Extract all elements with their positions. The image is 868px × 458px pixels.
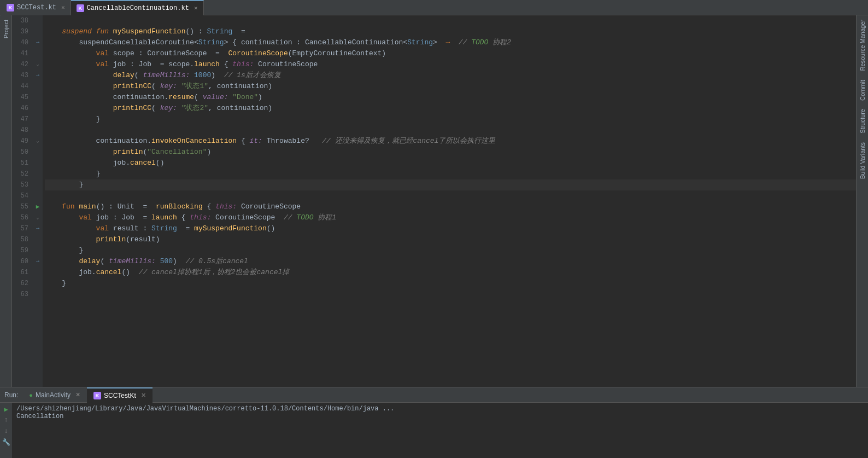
tab-cancellable-close[interactable]: ✕	[194, 4, 198, 11]
tab-scctestkt[interactable]: K SCCTestKt ✕	[87, 387, 153, 403]
gutter-45	[33, 92, 43, 103]
main-area: Project 38 39 40 41 42 43 44 45 46 47 48…	[0, 15, 868, 387]
settings-button[interactable]: 🔧	[2, 438, 10, 447]
gutter-53	[33, 179, 43, 190]
tab-cancellable-label: CancellableContinuation.kt	[87, 4, 189, 12]
tab-scctestkt-label: SCCTestKt	[104, 392, 136, 399]
code-content: suspend fun mySuspendFunction() : String…	[43, 15, 856, 387]
code-line-57: val result : String = mySuspendFunction(…	[45, 223, 856, 234]
gutter-58	[33, 234, 43, 245]
gutter-59	[33, 245, 43, 256]
gutter-54	[33, 190, 43, 201]
gutter-55-run[interactable]: ▶	[33, 201, 43, 212]
gutter-61	[33, 267, 43, 278]
gutter-40[interactable]: →	[33, 37, 43, 48]
gutter-48	[33, 125, 43, 136]
code-line-42: val job : Job = scope.launch { this: Cor…	[45, 59, 856, 70]
gutter-39	[33, 26, 43, 37]
code-line-58: println(result)	[45, 234, 856, 245]
bottom-content: /Users/shizhenjiang/Library/Java/JavaVir…	[12, 403, 868, 458]
gutter-56[interactable]: ⌄	[33, 212, 43, 223]
code-line-54	[45, 190, 856, 201]
kotlin-icon-bottom: K	[93, 392, 101, 399]
tab-bar: K SCCTest.kt ✕ K CancellableContinuation…	[0, 0, 868, 15]
tab-mainactivity-close[interactable]: ✕	[75, 391, 80, 398]
code-line-59: }	[45, 245, 856, 256]
code-line-46: printlnCC( key: "状态2", continuation)	[45, 103, 856, 114]
output-line-1: /Users/shizhenjiang/Library/Java/JavaVir…	[16, 405, 864, 413]
sidebar-item-build-variants[interactable]: Build Variants	[858, 138, 867, 183]
gutter-50	[33, 147, 43, 158]
code-line-62: }	[45, 278, 856, 289]
bottom-left-icons: ▶ ↑ ↓ 🔧	[0, 403, 12, 458]
bottom-tab-bar: Run: ● MainActivity ✕ K SCCTestKt ✕	[0, 387, 868, 403]
scroll-up-button[interactable]: ↑	[2, 416, 10, 425]
gutter-46	[33, 103, 43, 114]
gutter-42[interactable]: ⌄	[33, 59, 43, 70]
code-line-45: continuation.resume( value: "Done")	[45, 92, 856, 103]
code-line-63	[45, 289, 856, 300]
code-line-53: }	[45, 179, 856, 190]
tab-scctestkt-close[interactable]: ✕	[141, 392, 146, 399]
kotlin-file-icon: K	[7, 4, 14, 11]
code-container: 38 39 40 41 42 43 44 45 46 47 48 49 50 5…	[12, 15, 856, 387]
sidebar-item-structure[interactable]: Structure	[858, 105, 867, 138]
bottom-panel: Run: ● MainActivity ✕ K SCCTestKt ✕ ▶ ↑ …	[0, 387, 868, 458]
code-line-50: println("Cancellation")	[45, 147, 856, 158]
code-line-49: continuation.invokeOnCancellation { it: …	[45, 136, 856, 147]
kotlin-file-icon-2: K	[77, 4, 84, 12]
gutter-62	[33, 278, 43, 289]
sidebar-item-resource-manager[interactable]: Resource Manager	[858, 15, 867, 76]
gutter-57[interactable]: →	[33, 223, 43, 234]
code-line-38	[45, 15, 856, 26]
gutter-51	[33, 158, 43, 169]
line-numbers: 38 39 40 41 42 43 44 45 46 47 48 49 50 5…	[12, 15, 33, 387]
gutter-41	[33, 48, 43, 59]
code-line-41: val scope : CoroutineScope = CoroutineSc…	[45, 48, 856, 59]
gutter-63	[33, 289, 43, 300]
run-label: Run:	[0, 387, 22, 403]
code-line-47: }	[45, 114, 856, 125]
tab-scctest[interactable]: K SCCTest.kt ✕	[1, 0, 71, 15]
code-line-61: job.cancel() // cancel掉协程1后，协程2也会被cancel…	[45, 267, 856, 278]
tab-mainactivity[interactable]: ● MainActivity ✕	[22, 387, 87, 403]
code-line-39: suspend fun mySuspendFunction() : String…	[45, 26, 856, 37]
sidebar-item-project[interactable]: Project	[2, 15, 10, 43]
gutter-38	[33, 15, 43, 26]
gutter-52	[33, 169, 43, 179]
tab-cancellable[interactable]: K CancellableContinuation.kt ✕	[71, 0, 204, 15]
editor-area[interactable]: 38 39 40 41 42 43 44 45 46 47 48 49 50 5…	[12, 15, 856, 387]
code-line-56: val job : Job = launch { this: Coroutine…	[45, 212, 856, 223]
sidebar-item-commit[interactable]: Commit	[858, 76, 867, 105]
code-line-52: }	[45, 169, 856, 179]
code-line-48	[45, 125, 856, 136]
code-line-55: fun main() : Unit = runBlocking { this: …	[45, 201, 856, 212]
tab-mainactivity-label: MainActivity	[36, 391, 71, 399]
bottom-row: ▶ ↑ ↓ 🔧 /Users/shizhenjiang/Library/Java…	[0, 403, 868, 458]
gutter-43[interactable]: →	[33, 70, 43, 81]
tab-scctest-label: SCCTest.kt	[17, 4, 56, 11]
output-line-2: Cancellation	[16, 413, 864, 420]
gutter-47	[33, 114, 43, 125]
gutter-44	[33, 81, 43, 92]
code-line-51: job.cancel()	[45, 158, 856, 169]
code-line-43: delay( timeMillis: 1000) // 1s后才会恢复	[45, 70, 856, 81]
tab-scctest-close[interactable]: ✕	[61, 4, 65, 11]
left-side-panel: Project	[0, 15, 12, 387]
scroll-down-button[interactable]: ↓	[2, 427, 10, 436]
code-line-40: suspendCancellableCoroutine<String> { co…	[45, 37, 856, 48]
gutter-60[interactable]: →	[33, 256, 43, 267]
gutter: → ⌄ → ⌄ ▶ ⌄ →	[33, 15, 43, 387]
run-button[interactable]: ▶	[2, 405, 10, 414]
right-side-panel: Resource Manager Commit Structure Build …	[856, 15, 868, 387]
code-line-60: delay( timeMillis: 500) // 0.5s后cancel	[45, 256, 856, 267]
code-line-44: printlnCC( key: "状态1", continuation)	[45, 81, 856, 92]
gutter-49[interactable]: ⌄	[33, 136, 43, 147]
